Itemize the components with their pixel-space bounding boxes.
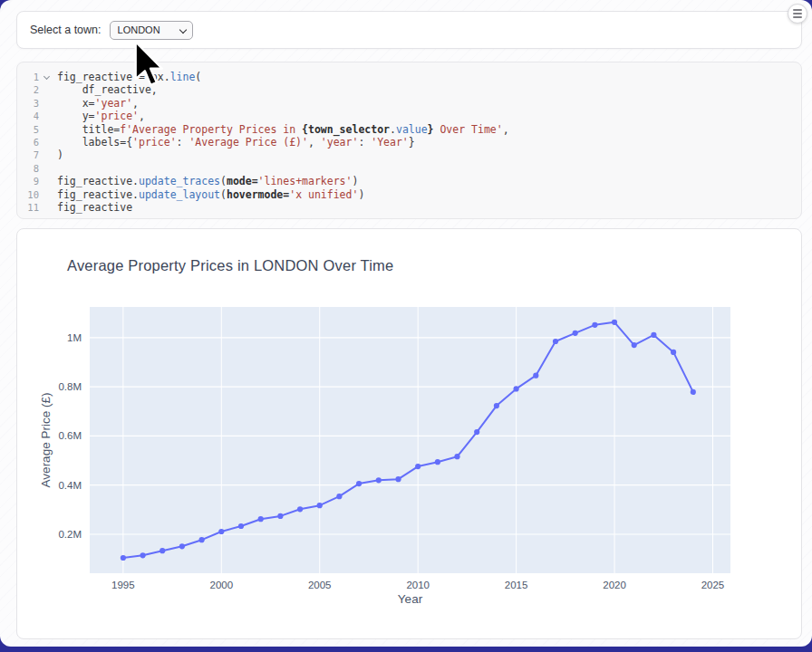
fold-spacer: [39, 149, 57, 161]
menu-button[interactable]: [788, 4, 807, 24]
line-number: 3: [17, 97, 39, 110]
fold-spacer: [39, 97, 57, 110]
code-line: 8: [17, 162, 801, 175]
code-text: x='year',: [57, 97, 801, 110]
fold-spacer: [39, 123, 57, 136]
code-text: fig_reactive.update_traces(mode='lines+m…: [57, 175, 801, 187]
code-text: fig_reactive.update_layout(hovermode='x …: [57, 188, 801, 201]
line-number: 6: [17, 136, 39, 149]
line-number: 1: [17, 71, 39, 83]
code-line: 6 labels={'price': 'Average Price (£)', …: [17, 136, 801, 149]
fold-spacer: [39, 162, 57, 175]
fold-spacer: [39, 136, 57, 149]
svg-text:0.6M: 0.6M: [58, 430, 82, 441]
svg-text:1M: 1M: [67, 332, 82, 343]
x-axis-title: Year: [398, 592, 423, 606]
svg-text:2025: 2025: [701, 580, 725, 590]
line-number: 4: [17, 110, 39, 122]
line-number: 7: [17, 149, 39, 161]
code-text: fig_reactive: [57, 201, 801, 214]
town-dropdown-wrap: LONDON: [110, 21, 193, 40]
chart-title: Average Property Prices in LONDON Over T…: [67, 257, 393, 274]
line-number: 11: [17, 201, 39, 214]
fold-toggle[interactable]: [39, 71, 57, 83]
code-text: title=f'Average Property Prices in {town…: [57, 123, 801, 136]
svg-text:2020: 2020: [603, 580, 626, 590]
svg-text:2005: 2005: [308, 580, 332, 590]
svg-text:2000: 2000: [210, 580, 234, 590]
svg-text:0.4M: 0.4M: [58, 480, 82, 491]
svg-text:1995: 1995: [111, 580, 135, 590]
y-axis-tick-labels: 0.2M0.4M0.6M0.8M1M: [58, 332, 82, 540]
y-axis-title: Average Price (£): [39, 393, 53, 488]
code-lines: 1fig_reactive = px.line(2 df_reactive,3 …: [17, 71, 801, 214]
code-line: 7): [17, 149, 801, 161]
line-number: 2: [17, 83, 39, 96]
fold-spacer: [39, 83, 57, 96]
code-text: y='price',: [57, 110, 801, 122]
mouse-cursor: [133, 41, 164, 88]
chart-panel: Average Property Prices in LONDON Over T…: [16, 228, 802, 639]
code-text: ): [57, 149, 801, 161]
line-number: 10: [17, 188, 39, 201]
fold-spacer: [39, 201, 57, 214]
chevron-down-icon: [44, 73, 50, 80]
app-container: Select a town: LONDON 1fig_reactive = px…: [0, 0, 812, 647]
code-line: 10fig_reactive.update_layout(hovermode='…: [17, 188, 801, 201]
code-text: [57, 162, 801, 175]
line-number: 9: [17, 175, 39, 187]
fold-spacer: [39, 175, 57, 187]
code-line: 4 y='price',: [17, 110, 801, 122]
line-number: 8: [17, 162, 39, 175]
code-line: 3 x='year',: [17, 97, 801, 110]
svg-text:2010: 2010: [406, 580, 430, 590]
chart-canvas[interactable]: 19952000200520102015202020250.2M0.4M0.6M…: [17, 229, 802, 639]
code-line: 5 title=f'Average Property Prices in {to…: [17, 123, 801, 136]
hamburger-icon: [793, 9, 802, 17]
fold-spacer: [39, 110, 57, 122]
svg-text:2015: 2015: [505, 580, 528, 590]
town-dropdown[interactable]: LONDON: [110, 21, 193, 40]
code-line: 9fig_reactive.update_traces(mode='lines+…: [17, 175, 801, 187]
code-text: df_reactive,: [57, 83, 801, 96]
line-number: 5: [17, 123, 39, 136]
code-text: fig_reactive = px.line(: [57, 71, 801, 83]
code-text: labels={'price': 'Average Price (£)', 'y…: [57, 136, 801, 149]
select-town-label: Select a town:: [30, 24, 102, 36]
svg-text:0.8M: 0.8M: [58, 381, 82, 392]
fold-spacer: [39, 188, 57, 201]
code-line: 11fig_reactive: [17, 201, 801, 214]
svg-text:0.2M: 0.2M: [58, 529, 82, 540]
x-axis-tick-labels: 1995200020052010201520202025: [111, 580, 724, 590]
